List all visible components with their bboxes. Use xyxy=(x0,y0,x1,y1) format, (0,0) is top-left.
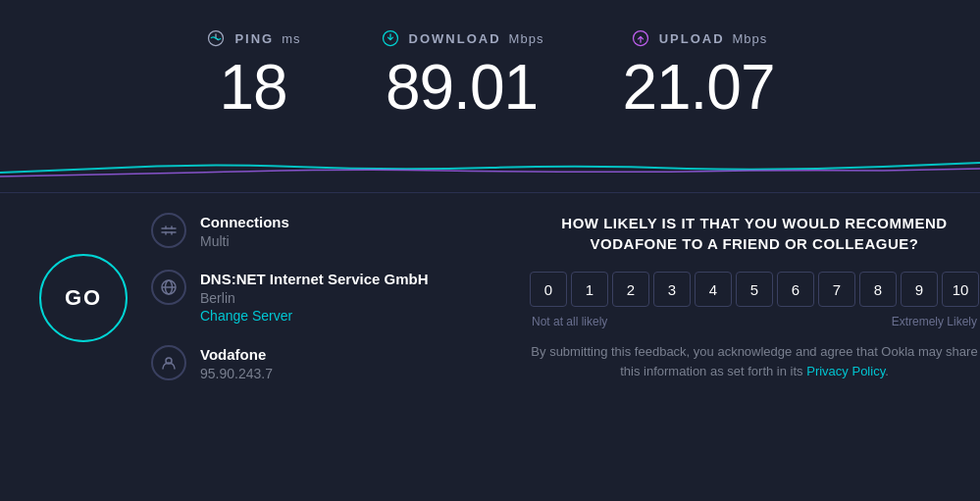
nps-label-low: Not at all likely xyxy=(532,315,607,328)
server-row: DNS:NET Internet Service GmbH Berlin Cha… xyxy=(151,270,429,326)
nps-number-3[interactable]: 3 xyxy=(653,272,691,307)
upload-unit: Mbps xyxy=(733,31,768,46)
connections-icon xyxy=(151,213,186,248)
nps-disclaimer: By submitting this feedback, you acknowl… xyxy=(530,342,979,380)
nps-number-0[interactable]: 0 xyxy=(530,272,567,307)
nps-number-8[interactable]: 8 xyxy=(859,272,897,307)
nps-panel: HOW LIKELY IS IT THAT YOU WOULD RECOMMEN… xyxy=(510,213,979,382)
ping-label: PING xyxy=(234,31,274,46)
download-label: DOWNLOAD xyxy=(409,31,501,46)
nps-number-10[interactable]: 10 xyxy=(942,272,979,307)
nps-number-5[interactable]: 5 xyxy=(736,272,773,307)
connections-label: Connections xyxy=(200,213,289,232)
nps-disclaimer-text: By submitting this feedback, you acknowl… xyxy=(531,344,977,378)
nps-label-high: Extremely Likely xyxy=(892,315,977,328)
download-value: 89.01 xyxy=(386,53,538,122)
upload-value: 21.07 xyxy=(622,53,774,122)
server-location: Berlin xyxy=(200,289,429,307)
info-rows: Connections Multi DNS:NET Internet Servi… xyxy=(151,213,429,382)
download-unit: Mbps xyxy=(509,31,544,46)
server-text: DNS:NET Internet Service GmbH Berlin Cha… xyxy=(200,270,429,326)
ping-value: 18 xyxy=(219,53,286,122)
upload-label: UPLOAD xyxy=(659,31,725,46)
nps-number-7[interactable]: 7 xyxy=(818,272,855,307)
connections-value: Multi xyxy=(200,232,289,250)
isp-text: Vodafone 95.90.243.7 xyxy=(200,345,273,382)
connections-text: Connections Multi xyxy=(200,213,289,250)
nps-number-1[interactable]: 1 xyxy=(571,272,608,307)
server-icon xyxy=(151,270,186,305)
go-button[interactable]: GO xyxy=(39,254,128,342)
isp-icon xyxy=(151,345,186,380)
isp-label: Vodafone xyxy=(200,345,273,365)
ping-unit: ms xyxy=(282,31,300,46)
nps-numbers: 012345678910 xyxy=(530,272,979,307)
privacy-policy-link[interactable]: Privacy Policy xyxy=(806,364,885,378)
nps-question: HOW LIKELY IS IT THAT YOU WOULD RECOMMEN… xyxy=(530,213,979,254)
nps-number-9[interactable]: 9 xyxy=(901,272,938,307)
server-label: DNS:NET Internet Service GmbH xyxy=(200,270,429,289)
isp-row: Vodafone 95.90.243.7 xyxy=(151,345,429,382)
upload-metric: UPLOAD Mbps 21.07 xyxy=(622,27,774,122)
isp-ip: 95.90.243.7 xyxy=(200,365,273,382)
nps-labels: Not at all likely Extremely Likely xyxy=(530,315,979,328)
left-panel: GO Connections Multi xyxy=(39,213,490,382)
connections-row: Connections Multi xyxy=(151,213,429,250)
ping-metric: PING ms 18 xyxy=(205,27,300,122)
nps-number-2[interactable]: 2 xyxy=(612,272,649,307)
download-icon xyxy=(380,27,401,49)
download-metric: DOWNLOAD Mbps 89.01 xyxy=(380,27,544,122)
nps-number-4[interactable]: 4 xyxy=(695,272,732,307)
nps-number-6[interactable]: 6 xyxy=(777,272,814,307)
ping-icon xyxy=(205,27,227,49)
speed-header: PING ms 18 DOWNLOAD Mbps 89.01 xyxy=(0,0,980,137)
upload-icon xyxy=(630,27,651,49)
main-content: GO Connections Multi xyxy=(0,193,980,402)
speed-graph xyxy=(0,133,980,192)
nps-disclaimer-end: . xyxy=(885,364,889,378)
change-server-link[interactable]: Change Server xyxy=(200,307,429,326)
